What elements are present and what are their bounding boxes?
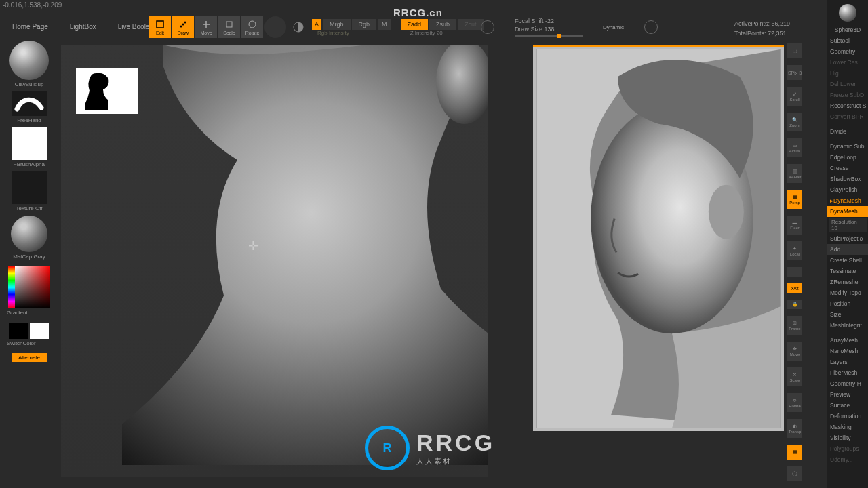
crease-section[interactable]: Crease bbox=[827, 163, 868, 174]
size-dial[interactable] bbox=[644, 20, 658, 34]
size-section[interactable]: Size bbox=[827, 309, 868, 320]
aahalf-button[interactable]: ▥AAHalf bbox=[787, 164, 802, 183]
dynamesh-button[interactable]: DynaMesh bbox=[827, 206, 868, 217]
dynamesh-resolution-slider[interactable]: Resolution 10 bbox=[829, 218, 867, 232]
watermark-name: RRCG bbox=[416, 430, 495, 456]
masking-section[interactable]: Masking bbox=[827, 422, 868, 432]
fibermesh-section[interactable]: FiberMesh bbox=[827, 367, 868, 378]
z-intensity-slider[interactable]: Z Intensity 20 bbox=[405, 28, 448, 37]
move-button[interactable]: Move bbox=[195, 16, 217, 38]
surface-section[interactable]: Surface bbox=[827, 400, 868, 411]
rotate-button[interactable]: Rotate bbox=[241, 16, 263, 38]
local-toggle[interactable]: ✦Local bbox=[787, 241, 802, 260]
viewport-reference[interactable] bbox=[533, 45, 784, 431]
stroke-selector[interactable] bbox=[12, 92, 47, 116]
bpr-button[interactable]: ⬚ bbox=[787, 43, 802, 58]
svg-point-1 bbox=[180, 25, 182, 27]
menu-home[interactable]: Home Page bbox=[5, 19, 55, 35]
nanomesh-section[interactable]: NanoMesh bbox=[827, 346, 868, 357]
extra-section[interactable]: Udemy... bbox=[827, 454, 868, 465]
sculptris-toggle[interactable] bbox=[288, 16, 309, 38]
deformation-section[interactable]: Deformation bbox=[827, 411, 868, 422]
actual-button[interactable]: ▭Actual bbox=[787, 138, 802, 157]
claypolish-section[interactable]: ClayPolish bbox=[827, 184, 868, 195]
higher-res-button[interactable]: Hig... bbox=[827, 68, 868, 79]
spix-slider[interactable]: SPix 3 bbox=[787, 65, 802, 80]
del-lower-button[interactable]: Del Lower bbox=[827, 79, 868, 89]
dynamesh-add-button[interactable]: Add bbox=[827, 244, 868, 255]
left-palette: ClayBuildup FreeHand ~BrushAlpha Texture… bbox=[5, 41, 53, 362]
switchcolor-button[interactable]: SwitchColor bbox=[7, 340, 36, 346]
meshintegrity-section[interactable]: MeshIntegrit bbox=[827, 320, 868, 331]
draw-button[interactable]: Draw bbox=[172, 16, 194, 38]
texture-selector[interactable] bbox=[12, 171, 47, 204]
visibility-section[interactable]: Visibility bbox=[827, 432, 868, 443]
dynamic-toggle[interactable]: Dynamic bbox=[603, 24, 624, 30]
gizmo-button[interactable] bbox=[264, 16, 286, 38]
view-move-button[interactable]: ✥Move bbox=[787, 342, 802, 361]
geometry-section[interactable]: Geometry bbox=[827, 46, 868, 57]
stroke-label: FreeHand bbox=[17, 117, 41, 123]
viewport-3d[interactable]: ✛ bbox=[61, 45, 488, 477]
persp-toggle[interactable]: ▦Persp bbox=[787, 190, 802, 209]
transp-toggle[interactable]: ◐Transp bbox=[787, 419, 802, 438]
menu-lightbox[interactable]: LightBox bbox=[63, 19, 103, 35]
divide-button[interactable]: Divide bbox=[827, 126, 868, 137]
preview-section[interactable]: Preview bbox=[827, 389, 868, 400]
sv-box[interactable] bbox=[15, 266, 50, 308]
geometryhd-section[interactable]: Geometry H bbox=[827, 378, 868, 389]
modify-topology-section[interactable]: Modify Topo bbox=[827, 287, 868, 298]
tessimate-section[interactable]: Tessimate bbox=[827, 266, 868, 277]
zremesher-section[interactable]: ZRemesher bbox=[827, 277, 868, 287]
lock-button[interactable]: 🔒 bbox=[787, 300, 802, 309]
color-picker[interactable] bbox=[8, 266, 50, 308]
alternate-button[interactable]: Alternate bbox=[12, 353, 47, 362]
canvas-coordinates: -0.016,1.538,-0.209 bbox=[3, 1, 62, 9]
lconn-button[interactable] bbox=[787, 267, 802, 277]
layers-section[interactable]: Layers bbox=[827, 357, 868, 367]
quickpick-dial[interactable] bbox=[481, 20, 494, 34]
arraymesh-section[interactable]: ArrayMesh bbox=[827, 335, 868, 346]
reconstruct-button[interactable]: Reconstruct S bbox=[827, 100, 868, 111]
top-menu: Home Page LightBox Live Boolean bbox=[5, 19, 164, 35]
main-color-swatch[interactable] bbox=[9, 323, 28, 339]
create-shell-button[interactable]: Create Shell bbox=[827, 255, 868, 266]
scroll-button[interactable]: ⤢Scroll bbox=[787, 87, 802, 106]
edgeloop-section[interactable]: EdgeLoop bbox=[827, 152, 868, 163]
svg-point-3 bbox=[184, 21, 186, 23]
floor-toggle[interactable]: ▬Floor bbox=[787, 216, 802, 235]
subprojection-slider[interactable]: SubProjectio bbox=[827, 233, 868, 244]
svg-rect-4 bbox=[226, 22, 232, 27]
polygroups-section[interactable]: Polygroups bbox=[827, 443, 868, 454]
dynamic-sub-section[interactable]: Dynamic Sub bbox=[827, 141, 868, 152]
polyframe-toggle[interactable]: ▦ bbox=[787, 445, 802, 460]
position-section[interactable]: Position bbox=[827, 298, 868, 309]
zcut-toggle[interactable]: Zcut bbox=[458, 19, 484, 30]
frame-button[interactable]: ⊞Frame bbox=[787, 316, 802, 335]
lower-res-button[interactable]: Lower Res bbox=[827, 57, 868, 68]
zoom-button[interactable]: 🔍Zoom bbox=[787, 113, 802, 131]
xyz-button[interactable]: Xyz bbox=[787, 283, 802, 293]
view-rotate-button[interactable]: ↻Rotate bbox=[787, 393, 802, 412]
hue-strip[interactable] bbox=[8, 266, 15, 308]
convert-bpr-button[interactable]: Convert BPR bbox=[827, 111, 868, 122]
freeze-subd-button[interactable]: Freeze SubD bbox=[827, 89, 868, 100]
scale-button[interactable]: Scale bbox=[218, 16, 240, 38]
subtool-section[interactable]: Subtool bbox=[827, 35, 868, 46]
point-stats: ActivePoints: 56,219 TotalPoints: 72,351 bbox=[734, 19, 790, 38]
ghost-toggle[interactable]: ◯ bbox=[787, 466, 802, 481]
view-scale-button[interactable]: ⤧Scale bbox=[787, 367, 802, 386]
secondary-color-swatch[interactable] bbox=[30, 323, 49, 339]
rgb-intensity-slider[interactable]: Rgb Intensity bbox=[312, 28, 355, 37]
draw-size-slider[interactable] bbox=[515, 35, 583, 37]
shadowbox-section[interactable]: ShadowBox bbox=[827, 174, 868, 184]
dynamesh-section[interactable]: ▸DynaMesh bbox=[827, 195, 868, 206]
brush-selector[interactable] bbox=[9, 41, 49, 80]
brush-cursor-icon: ✛ bbox=[248, 239, 258, 253]
material-selector[interactable] bbox=[11, 216, 47, 252]
tool-thumbnail[interactable] bbox=[839, 4, 856, 22]
reference-image bbox=[536, 49, 781, 428]
gradient-toggle[interactable]: Gradient bbox=[7, 310, 28, 316]
alpha-selector[interactable] bbox=[12, 127, 47, 160]
edit-toggle[interactable]: Edit bbox=[149, 16, 171, 38]
